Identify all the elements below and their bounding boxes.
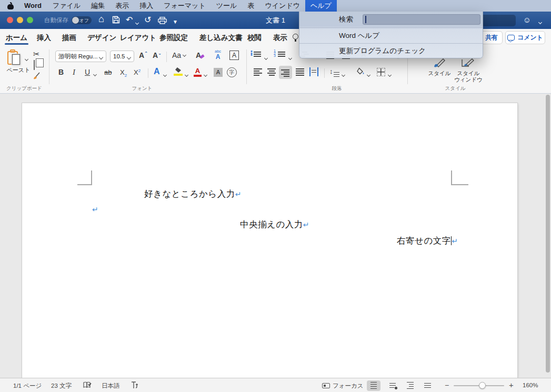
shading-chevron-icon[interactable] — [367, 72, 370, 79]
align-center-button[interactable] — [267, 68, 276, 76]
superscript-button[interactable]: X2 — [134, 68, 141, 76]
text-effects-button[interactable]: A — [154, 67, 160, 76]
draft-view-button[interactable] — [420, 380, 434, 391]
format-painter-icon[interactable] — [33, 72, 42, 82]
help-search-input[interactable] — [363, 14, 480, 25]
borders-button[interactable] — [377, 68, 385, 76]
distribute-button[interactable] — [309, 67, 318, 76]
font-color-chevron-icon[interactable] — [204, 72, 207, 79]
style-window-icon — [461, 58, 476, 67]
feedback-chevron-icon[interactable] — [539, 17, 542, 28]
underline-button[interactable]: U — [85, 68, 90, 76]
paste-chevron-icon[interactable] — [25, 55, 28, 64]
highlight-button[interactable] — [174, 67, 183, 76]
grow-font-button[interactable]: A⌃ — [139, 51, 148, 59]
justify-button[interactable] — [296, 68, 304, 76]
menu-insert[interactable]: 挿入 — [134, 0, 158, 12]
search-caret — [365, 16, 366, 23]
font-name-select[interactable]: 游明朝 Regu... — [55, 51, 106, 62]
menu-help[interactable]: ヘルプ — [305, 0, 337, 12]
enclose-char-button[interactable]: 字 — [227, 67, 237, 77]
tab-design[interactable]: デザイン — [87, 29, 116, 46]
subscript-button[interactable]: X2 — [120, 68, 127, 78]
char-shading-button[interactable]: A — [214, 68, 223, 77]
menu-format[interactable]: フォーマット — [158, 0, 211, 12]
menu-window[interactable]: ウインドウ — [259, 0, 305, 12]
web-layout-view-button[interactable] — [386, 380, 399, 391]
enclose-box-button[interactable]: A — [229, 51, 239, 60]
bullets-chevron-icon[interactable] — [265, 55, 267, 63]
style-window-button[interactable]: スタイルウィンドウ — [454, 58, 483, 83]
tab-layout[interactable]: レイアウト — [120, 29, 156, 46]
numbering-button[interactable]: 123 — [278, 52, 285, 57]
shading-button[interactable] — [357, 67, 365, 76]
cut-icon[interactable]: ✂ — [33, 49, 40, 59]
numbering-chevron-icon[interactable] — [289, 55, 292, 63]
bullets-button[interactable]: ••• — [254, 52, 261, 57]
help-menu-item-check-updates[interactable]: 更新プログラムのチェック — [299, 43, 483, 58]
word-count[interactable]: 23 文字 — [51, 382, 72, 390]
borders-chevron-icon[interactable] — [388, 72, 391, 79]
kana-input-icon[interactable] — [131, 381, 138, 390]
menu-view[interactable]: 表示 — [110, 0, 134, 12]
highlight-chevron-icon[interactable] — [185, 72, 188, 79]
share-button[interactable]: 共有 — [480, 31, 503, 44]
zoom-out-button[interactable]: − — [445, 381, 449, 389]
clear-format-button[interactable]: A — [196, 51, 204, 59]
change-case-button[interactable]: Aa — [172, 51, 186, 59]
styles-button[interactable]: スタイル — [427, 58, 452, 77]
doc-text-free-input[interactable]: 好きなところから入力↵ — [144, 188, 242, 200]
font-group-label: フォント — [105, 85, 179, 92]
doc-text-right-aligned[interactable]: 右寄せの文字↵ — [397, 235, 458, 247]
comments-button[interactable]: コメント — [505, 31, 545, 44]
spellcheck-icon[interactable] — [83, 381, 92, 389]
scrollbar-thumb[interactable] — [546, 95, 550, 373]
document-workspace[interactable]: 好きなところから入力↵ ↵ 中央揃えの入力↵ 右寄せの文字↵ — [0, 94, 551, 378]
zoom-slider-thumb[interactable] — [479, 382, 486, 389]
menu-tools[interactable]: ツール — [211, 0, 243, 12]
align-left-button[interactable] — [254, 68, 262, 76]
menu-table[interactable]: 表 — [242, 0, 259, 12]
print-layout-view-button[interactable] — [367, 380, 380, 391]
doc-empty-paragraph[interactable]: ↵ — [92, 204, 98, 215]
tab-references[interactable]: 参照設定 — [159, 29, 188, 46]
document-page[interactable]: 好きなところから入力↵ ↵ 中央揃えの入力↵ 右寄せの文字↵ — [22, 103, 517, 378]
zoom-slider[interactable] — [454, 385, 504, 387]
help-menu-item-word-help[interactable]: Word ヘルプ — [299, 28, 483, 43]
focus-button[interactable]: フォーカス — [322, 382, 364, 390]
copy-icon[interactable] — [34, 61, 35, 70]
tab-mailings[interactable]: 差し込み文書 — [199, 29, 243, 46]
strikethrough-button[interactable]: ab — [104, 68, 112, 76]
tab-draw[interactable]: 描画 — [62, 29, 76, 46]
menu-file[interactable]: ファイル — [47, 0, 86, 12]
menu-edit[interactable]: 編集 — [86, 0, 110, 12]
language-indicator[interactable]: 日本語 — [102, 382, 120, 390]
underline-chevron-icon[interactable] — [94, 71, 96, 79]
bold-button[interactable]: B — [58, 68, 64, 76]
paragraph-mark-icon: ↵ — [303, 220, 309, 229]
shrink-font-button[interactable]: A⌄ — [153, 51, 162, 59]
font-size-select[interactable]: 10.5 — [110, 51, 134, 62]
page-indicator[interactable]: 1/1 ページ — [13, 382, 42, 390]
tab-insert[interactable]: 挿入 — [37, 29, 51, 46]
text-effects-chevron-icon[interactable] — [164, 72, 166, 79]
doc-text-centered[interactable]: 中央揃えの入力↵ — [240, 219, 309, 230]
font-color-button[interactable]: A — [194, 67, 202, 77]
feedback-smiley-icon[interactable]: ☺ — [523, 15, 531, 24]
apple-icon[interactable] — [7, 2, 14, 9]
align-right-button[interactable] — [279, 66, 292, 79]
zoom-level[interactable]: 160% — [523, 382, 538, 388]
italic-button[interactable]: I — [73, 68, 75, 77]
tab-home[interactable]: ホーム — [6, 29, 27, 46]
vertical-scrollbar[interactable] — [546, 95, 550, 376]
outline-view-button[interactable] — [403, 380, 417, 391]
line-spacing-button[interactable]: ↕ — [329, 67, 339, 77]
menu-word[interactable]: Word — [18, 0, 47, 12]
ruby-button[interactable]: abc A — [215, 49, 221, 60]
tellme-lightbulb-icon[interactable] — [293, 34, 298, 39]
zoom-in-button[interactable]: + — [509, 380, 514, 389]
tab-view[interactable]: 表示 — [273, 29, 287, 46]
tab-review[interactable]: 校閲 — [247, 29, 262, 46]
line-spacing-chevron-icon[interactable] — [342, 72, 345, 79]
paragraph-mark-icon: ↵ — [235, 190, 242, 198]
